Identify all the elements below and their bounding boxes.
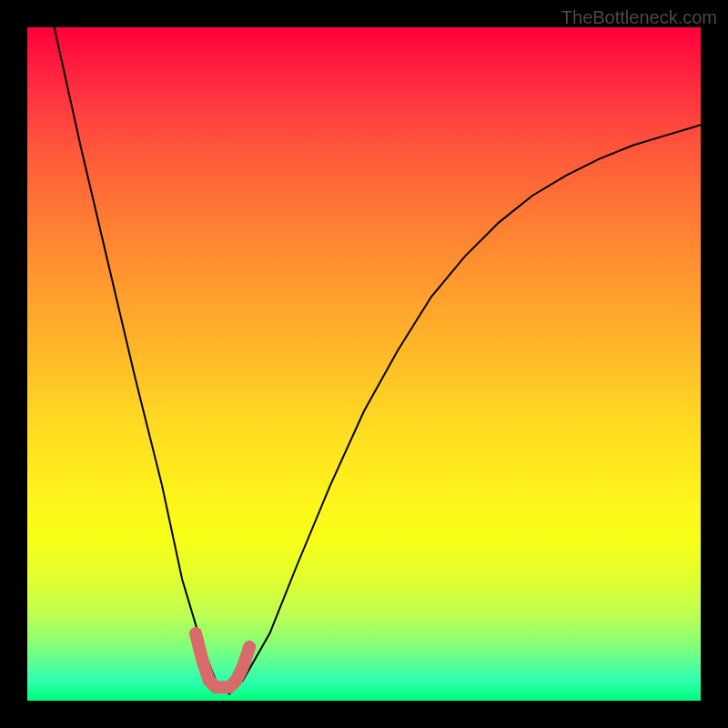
highlight-segment-path <box>196 633 249 687</box>
chart-container: TheBottleneck.com <box>0 0 728 728</box>
curve-overlay <box>27 27 701 701</box>
bottleneck-curve-path <box>55 27 701 694</box>
watermark-text: TheBottleneck.com <box>561 7 717 28</box>
